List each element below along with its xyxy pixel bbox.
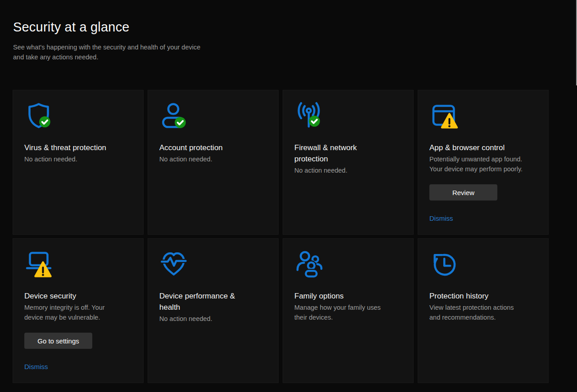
browser-window-icon — [429, 101, 458, 130]
card-description: Potentially unwanted app found. Your dev… — [429, 154, 537, 174]
ok-badge-icon — [39, 116, 50, 128]
card-family-options[interactable]: Family options Manage how your family us… — [283, 238, 414, 383]
dismiss-link[interactable]: Dismiss — [429, 214, 453, 222]
card-device-performance-health[interactable]: Device performance & health No action ne… — [148, 238, 279, 383]
card-title: App & browser control — [429, 142, 537, 153]
heart-pulse-icon — [159, 249, 188, 278]
card-title: Firewall & network protection — [294, 142, 402, 165]
shield-icon — [24, 101, 53, 130]
card-account-protection[interactable]: Account protection No action needed. — [148, 90, 279, 235]
ok-badge-icon — [309, 116, 320, 127]
card-description: Memory integrity is off. Your device may… — [24, 303, 132, 322]
card-description: No action needed. — [294, 165, 402, 175]
card-title: Account protection — [159, 142, 267, 153]
card-device-security[interactable]: Device security Memory integrity is off.… — [13, 238, 144, 383]
card-description: No action needed. — [159, 314, 267, 324]
go-to-settings-button[interactable]: Go to settings — [24, 333, 92, 349]
page-subtitle: See what's happening with the security a… — [13, 42, 200, 62]
ok-badge-icon — [175, 117, 186, 128]
card-title: Protection history — [429, 290, 537, 302]
card-app-browser-control[interactable]: App & browser control Potentially unwant… — [418, 90, 549, 235]
family-icon — [294, 249, 323, 278]
network-antenna-icon — [294, 101, 323, 130]
page-header: Security at a glance See what's happenin… — [13, 20, 200, 62]
history-clock-icon — [429, 249, 458, 278]
laptop-icon — [24, 249, 53, 278]
card-description: View latest protection actions and recom… — [429, 303, 537, 322]
card-description: No action needed. — [24, 154, 132, 164]
card-description: Manage how your family uses their device… — [294, 303, 402, 322]
person-icon — [159, 101, 188, 130]
card-firewall-network-protection[interactable]: Firewall & network protection No action … — [283, 90, 414, 235]
card-title: Family options — [294, 290, 402, 302]
card-description: No action needed. — [159, 154, 267, 164]
security-cards-grid: Virus & threat protection No action need… — [13, 90, 549, 383]
review-button[interactable]: Review — [429, 184, 497, 200]
card-title: Device security — [24, 290, 132, 302]
dismiss-link[interactable]: Dismiss — [24, 363, 48, 370]
card-protection-history[interactable]: Protection history View latest protectio… — [418, 238, 549, 383]
card-title: Device performance & health — [159, 290, 267, 313]
card-virus-threat-protection[interactable]: Virus & threat protection No action need… — [13, 90, 144, 235]
card-title: Virus & threat protection — [24, 142, 132, 153]
page-title: Security at a glance — [13, 20, 200, 35]
